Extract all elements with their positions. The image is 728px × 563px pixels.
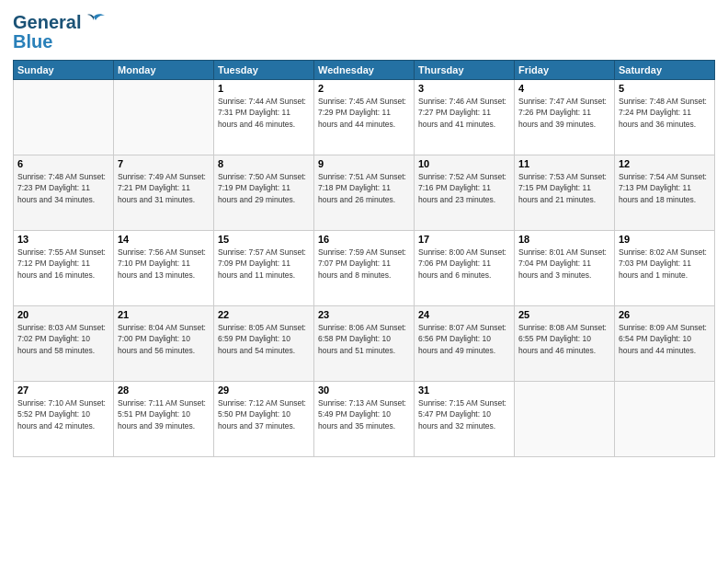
day-cell: 12Sunrise: 7:54 AM Sunset: 7:13 PM Dayli… [615, 155, 715, 231]
day-info: Sunrise: 7:49 AM Sunset: 7:21 PM Dayligh… [118, 171, 210, 205]
day-info: Sunrise: 8:02 AM Sunset: 7:03 PM Dayligh… [619, 247, 711, 281]
day-info: Sunrise: 7:52 AM Sunset: 7:16 PM Dayligh… [418, 171, 510, 205]
day-cell: 22Sunrise: 8:05 AM Sunset: 6:59 PM Dayli… [214, 306, 314, 382]
day-info: Sunrise: 7:10 AM Sunset: 5:52 PM Dayligh… [17, 397, 109, 431]
logo-general: General [13, 12, 81, 33]
day-info: Sunrise: 7:51 AM Sunset: 7:18 PM Dayligh… [318, 171, 410, 205]
day-info: Sunrise: 7:54 AM Sunset: 7:13 PM Dayligh… [619, 171, 711, 205]
week-row-3: 13Sunrise: 7:55 AM Sunset: 7:12 PM Dayli… [14, 231, 715, 306]
day-info: Sunrise: 7:48 AM Sunset: 7:23 PM Dayligh… [17, 171, 109, 205]
day-number: 7 [118, 158, 210, 169]
day-cell: 8Sunrise: 7:50 AM Sunset: 7:19 PM Daylig… [214, 155, 314, 231]
logo: General Blue [13, 9, 107, 52]
day-info: Sunrise: 7:45 AM Sunset: 7:29 PM Dayligh… [318, 96, 410, 130]
day-info: Sunrise: 8:08 AM Sunset: 6:55 PM Dayligh… [518, 322, 610, 356]
logo-bird-icon [81, 9, 107, 35]
day-cell: 28Sunrise: 7:11 AM Sunset: 5:51 PM Dayli… [114, 382, 214, 457]
calendar-header: SundayMondayTuesdayWednesdayThursdayFrid… [14, 61, 715, 80]
weekday-saturday: Saturday [615, 61, 715, 80]
day-info: Sunrise: 7:47 AM Sunset: 7:26 PM Dayligh… [518, 96, 610, 130]
day-number: 11 [518, 158, 610, 169]
day-number: 25 [518, 309, 610, 320]
day-number: 28 [118, 385, 210, 396]
day-info: Sunrise: 7:57 AM Sunset: 7:09 PM Dayligh… [218, 247, 310, 281]
day-info: Sunrise: 7:56 AM Sunset: 7:10 PM Dayligh… [118, 247, 210, 281]
day-info: Sunrise: 8:05 AM Sunset: 6:59 PM Dayligh… [218, 322, 310, 356]
day-number: 30 [318, 385, 410, 396]
day-number: 12 [619, 158, 711, 169]
day-number: 13 [17, 234, 109, 245]
day-number: 17 [418, 234, 510, 245]
day-info: Sunrise: 7:46 AM Sunset: 7:27 PM Dayligh… [418, 96, 510, 130]
day-info: Sunrise: 7:12 AM Sunset: 5:50 PM Dayligh… [218, 397, 310, 431]
day-info: Sunrise: 7:15 AM Sunset: 5:47 PM Dayligh… [418, 397, 510, 431]
day-number: 16 [318, 234, 410, 245]
header: General Blue [13, 9, 715, 52]
day-number: 23 [318, 309, 410, 320]
day-info: Sunrise: 8:07 AM Sunset: 6:56 PM Dayligh… [418, 322, 510, 356]
day-cell: 29Sunrise: 7:12 AM Sunset: 5:50 PM Dayli… [214, 382, 314, 457]
day-number: 9 [318, 158, 410, 169]
day-info: Sunrise: 8:03 AM Sunset: 7:02 PM Dayligh… [17, 322, 109, 356]
calendar: SundayMondayTuesdayWednesdayThursdayFrid… [13, 60, 715, 457]
calendar-body: 1Sunrise: 7:44 AM Sunset: 7:31 PM Daylig… [14, 80, 715, 457]
day-info: Sunrise: 8:09 AM Sunset: 6:54 PM Dayligh… [619, 322, 711, 356]
day-number: 10 [418, 158, 510, 169]
week-row-4: 20Sunrise: 8:03 AM Sunset: 7:02 PM Dayli… [14, 306, 715, 382]
day-number: 20 [17, 309, 109, 320]
day-cell: 31Sunrise: 7:15 AM Sunset: 5:47 PM Dayli… [415, 382, 515, 457]
day-number: 22 [218, 309, 310, 320]
day-number: 19 [619, 234, 711, 245]
day-cell: 30Sunrise: 7:13 AM Sunset: 5:49 PM Dayli… [314, 382, 415, 457]
day-number: 8 [218, 158, 310, 169]
day-cell: 9Sunrise: 7:51 AM Sunset: 7:18 PM Daylig… [314, 155, 415, 231]
day-cell [615, 382, 715, 457]
day-cell: 2Sunrise: 7:45 AM Sunset: 7:29 PM Daylig… [314, 80, 415, 155]
day-cell: 19Sunrise: 8:02 AM Sunset: 7:03 PM Dayli… [615, 231, 715, 306]
day-number: 18 [518, 234, 610, 245]
day-number: 29 [218, 385, 310, 396]
week-row-5: 27Sunrise: 7:10 AM Sunset: 5:52 PM Dayli… [14, 382, 715, 457]
day-number: 5 [619, 83, 711, 94]
day-cell: 25Sunrise: 8:08 AM Sunset: 6:55 PM Dayli… [515, 306, 615, 382]
day-info: Sunrise: 8:01 AM Sunset: 7:04 PM Dayligh… [518, 247, 610, 281]
day-info: Sunrise: 8:00 AM Sunset: 7:06 PM Dayligh… [418, 247, 510, 281]
page: General Blue SundayMondayTuesdayWednesda… [0, 0, 728, 563]
day-info: Sunrise: 7:13 AM Sunset: 5:49 PM Dayligh… [318, 397, 410, 431]
day-number: 6 [17, 158, 109, 169]
day-cell: 7Sunrise: 7:49 AM Sunset: 7:21 PM Daylig… [114, 155, 214, 231]
day-info: Sunrise: 7:59 AM Sunset: 7:07 PM Dayligh… [318, 247, 410, 281]
weekday-friday: Friday [515, 61, 615, 80]
day-number: 27 [17, 385, 109, 396]
day-number: 3 [418, 83, 510, 94]
day-cell: 14Sunrise: 7:56 AM Sunset: 7:10 PM Dayli… [114, 231, 214, 306]
day-cell: 18Sunrise: 8:01 AM Sunset: 7:04 PM Dayli… [515, 231, 615, 306]
day-number: 1 [218, 83, 310, 94]
weekday-header-row: SundayMondayTuesdayWednesdayThursdayFrid… [14, 61, 715, 80]
day-number: 2 [318, 83, 410, 94]
day-cell: 5Sunrise: 7:48 AM Sunset: 7:24 PM Daylig… [615, 80, 715, 155]
day-cell: 3Sunrise: 7:46 AM Sunset: 7:27 PM Daylig… [415, 80, 515, 155]
day-cell: 17Sunrise: 8:00 AM Sunset: 7:06 PM Dayli… [415, 231, 515, 306]
day-cell: 15Sunrise: 7:57 AM Sunset: 7:09 PM Dayli… [214, 231, 314, 306]
day-number: 14 [118, 234, 210, 245]
day-cell: 16Sunrise: 7:59 AM Sunset: 7:07 PM Dayli… [314, 231, 415, 306]
weekday-tuesday: Tuesday [214, 61, 314, 80]
day-cell [114, 80, 214, 155]
day-number: 24 [418, 309, 510, 320]
day-cell: 11Sunrise: 7:53 AM Sunset: 7:15 PM Dayli… [515, 155, 615, 231]
day-info: Sunrise: 8:04 AM Sunset: 7:00 PM Dayligh… [118, 322, 210, 356]
day-number: 21 [118, 309, 210, 320]
day-number: 31 [418, 385, 510, 396]
day-cell: 27Sunrise: 7:10 AM Sunset: 5:52 PM Dayli… [14, 382, 114, 457]
day-info: Sunrise: 7:44 AM Sunset: 7:31 PM Dayligh… [218, 96, 310, 130]
day-cell: 13Sunrise: 7:55 AM Sunset: 7:12 PM Dayli… [14, 231, 114, 306]
day-cell: 26Sunrise: 8:09 AM Sunset: 6:54 PM Dayli… [615, 306, 715, 382]
day-number: 26 [619, 309, 711, 320]
day-cell [515, 382, 615, 457]
day-cell: 6Sunrise: 7:48 AM Sunset: 7:23 PM Daylig… [14, 155, 114, 231]
day-info: Sunrise: 7:50 AM Sunset: 7:19 PM Dayligh… [218, 171, 310, 205]
weekday-thursday: Thursday [415, 61, 515, 80]
day-cell: 20Sunrise: 8:03 AM Sunset: 7:02 PM Dayli… [14, 306, 114, 382]
day-cell: 24Sunrise: 8:07 AM Sunset: 6:56 PM Dayli… [415, 306, 515, 382]
